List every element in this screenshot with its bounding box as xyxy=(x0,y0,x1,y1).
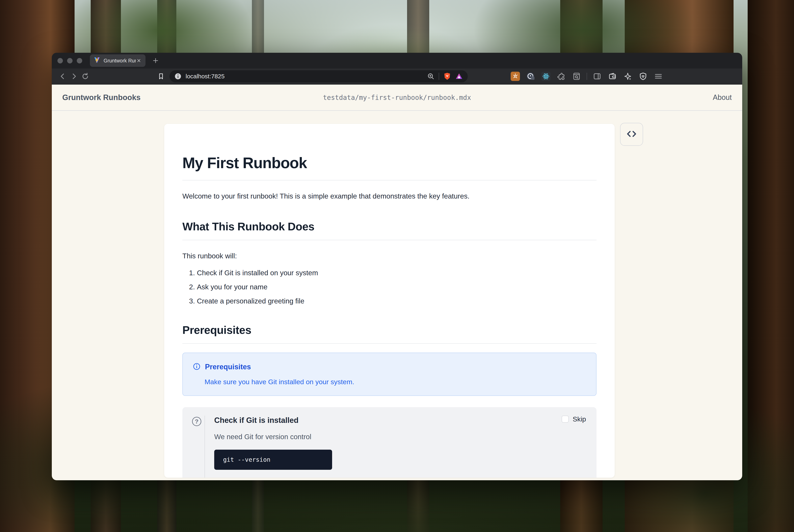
back-button[interactable] xyxy=(57,71,68,82)
command-block: git --version xyxy=(214,450,332,470)
list-item: Ask you for your name xyxy=(197,283,596,291)
page-viewport: Gruntwork Runbooks testdata/my-first-run… xyxy=(52,84,742,480)
reload-button[interactable] xyxy=(79,71,91,82)
browser-window: Gruntwork Runbooks xyxy=(52,53,742,480)
tab-favicon xyxy=(93,57,100,64)
list-item: Check if Git is installed on your system xyxy=(197,269,596,277)
info-icon xyxy=(193,363,201,371)
extension-password-manager-icon[interactable] xyxy=(525,71,536,81)
brave-rewards-icon[interactable] xyxy=(455,73,463,80)
extensions-puzzle-icon[interactable] xyxy=(556,71,567,81)
tab-bar: Gruntwork Runbooks xyxy=(52,53,742,69)
sidebar-toggle-icon[interactable] xyxy=(592,71,602,81)
runbook-title: My First Runbook xyxy=(182,154,596,180)
new-tab-button[interactable] xyxy=(151,56,160,65)
site-header: Gruntwork Runbooks testdata/my-first-run… xyxy=(52,84,742,111)
skip-control: Skip xyxy=(562,415,586,423)
runbook-card: My First Runbook Welcome to your first r… xyxy=(164,124,615,478)
extension-page-search-icon[interactable] xyxy=(571,71,582,81)
extension-sprocket-icon[interactable] xyxy=(510,71,520,81)
browser-tab[interactable]: Gruntwork Runbooks xyxy=(90,54,146,67)
site-info-icon[interactable] xyxy=(174,73,182,80)
browser-toolbar: localhost:7825 xyxy=(52,69,742,84)
tab-close-icon[interactable] xyxy=(136,58,142,64)
skip-checkbox[interactable] xyxy=(562,416,569,423)
about-link[interactable]: About xyxy=(713,93,732,102)
extension-react-devtools-icon[interactable] xyxy=(541,71,551,81)
shields-panel-icon[interactable] xyxy=(638,71,648,81)
window-maximize-button[interactable] xyxy=(77,58,82,63)
step-card: ? Check if Git is installed We need Git … xyxy=(182,407,596,478)
divider xyxy=(587,73,587,80)
info-box-body: Make sure you have Git installed on your… xyxy=(205,378,586,386)
code-icon xyxy=(626,129,637,140)
section-heading-prerequisites: Prerequisites xyxy=(182,324,596,344)
info-box-title: Prerequisites xyxy=(205,363,251,371)
runbook-path: testdata/my-first-runbook/runbook.mdx xyxy=(323,94,471,101)
skip-label: Skip xyxy=(573,415,586,423)
divider xyxy=(439,73,439,80)
leo-ai-icon[interactable] xyxy=(623,71,633,81)
help-icon: ? xyxy=(192,416,205,478)
step-title: Check if Git is installed xyxy=(214,416,587,425)
code-view-toggle-button[interactable] xyxy=(620,123,643,146)
window-close-button[interactable] xyxy=(57,58,63,63)
runbook-steps-list: Check if Git is installed on your system… xyxy=(182,269,596,305)
address-bar[interactable]: localhost:7825 xyxy=(169,70,468,82)
command-text: git --version xyxy=(223,456,271,463)
list-item: Create a personalized greeting file xyxy=(197,297,596,305)
bookmark-icon[interactable] xyxy=(155,71,167,82)
forward-button[interactable] xyxy=(68,71,79,82)
step-description: We need Git for version control xyxy=(214,433,587,441)
zoom-icon[interactable] xyxy=(427,73,435,80)
brand-title[interactable]: Gruntwork Runbooks xyxy=(62,93,141,102)
window-controls xyxy=(57,58,82,63)
step-divider xyxy=(205,416,205,478)
brave-shields-icon[interactable] xyxy=(443,72,451,80)
lead-paragraph: This runbook will: xyxy=(182,252,596,260)
intro-paragraph: Welcome to your first runbook! This is a… xyxy=(182,191,596,202)
wallet-icon[interactable] xyxy=(607,71,618,81)
page-content: My First Runbook Welcome to your first r… xyxy=(52,111,742,480)
tab-title: Gruntwork Runbooks xyxy=(104,58,136,64)
menu-icon[interactable] xyxy=(653,71,664,81)
url-text: localhost:7825 xyxy=(186,73,427,80)
extensions-area xyxy=(510,71,664,81)
section-heading-what: What This Runbook Does xyxy=(182,220,596,240)
window-minimize-button[interactable] xyxy=(67,58,73,63)
info-box: Prerequisites Make sure you have Git ins… xyxy=(182,353,596,396)
